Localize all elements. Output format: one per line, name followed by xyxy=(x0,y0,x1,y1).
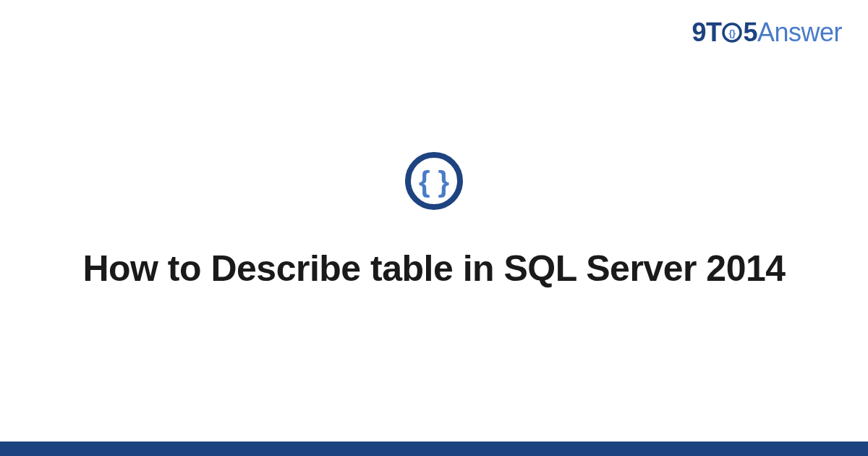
footer-accent-bar xyxy=(0,442,868,456)
main-content: { } How to Describe table in SQL Server … xyxy=(0,0,868,442)
page-title: How to Describe table in SQL Server 2014 xyxy=(82,246,785,292)
code-braces-icon: { } xyxy=(404,151,464,211)
svg-text:{ }: { } xyxy=(419,166,449,198)
